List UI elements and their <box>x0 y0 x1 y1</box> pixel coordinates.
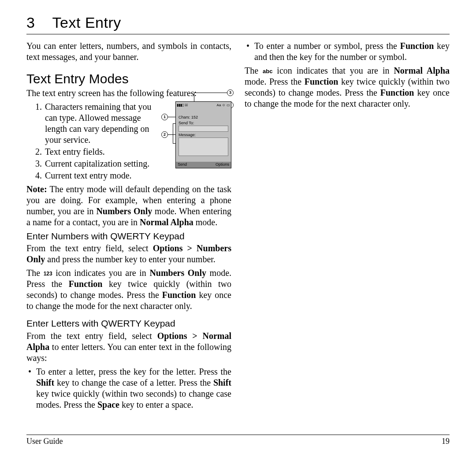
text-entry-figure: 3 4 1 2 ▮▮▮▯ ☒ Aa ☺ ▭ Chars: 152 Send To… <box>167 101 231 167</box>
chapter-title: 3 Text Entry <box>26 13 450 32</box>
sendto-label: Send To: <box>178 121 194 126</box>
subsection-numbers-title: Enter Numbers with QWERTY Keypad <box>26 231 231 242</box>
chapter-name: Text Entry <box>52 14 121 31</box>
sendto-field <box>178 126 228 132</box>
page-footer: User Guide 19 <box>26 435 450 446</box>
chapter-number: 3 <box>26 14 35 31</box>
footer-right: 19 <box>442 436 450 446</box>
abc-icon: abc <box>263 68 272 75</box>
section-title-modes: Text Entry Modes <box>26 71 231 87</box>
phone-mockup: ▮▮▮▯ ☒ Aa ☺ ▭ Chars: 152 Send To: Messag… <box>175 101 231 168</box>
section-lead: The text entry screen has the following … <box>26 88 231 99</box>
message-field <box>178 138 228 156</box>
message-label: Message: <box>178 133 196 138</box>
list-item: To enter a number or symbol, press the F… <box>254 41 450 63</box>
status-left: ▮▮▮▯ ☒ <box>177 103 188 108</box>
list-item: Current text entry mode. <box>44 170 231 181</box>
softkey-left: Send <box>178 162 187 167</box>
numbers-p2: The 123 icon indicates you are in Number… <box>26 268 231 312</box>
note-label: Note: <box>26 184 47 194</box>
list-item: To enter a letter, press the key for the… <box>36 366 231 410</box>
subsection-letters-title: Enter Letters with QWERTY Keypad <box>26 318 231 329</box>
numbers-p1: From the text entry field, select Option… <box>26 243 231 265</box>
note-paragraph: Note: The entry mode will default depend… <box>26 184 231 228</box>
status-right: Aa ☺ ▭ <box>217 103 230 108</box>
callout-2: 2 <box>161 131 168 138</box>
softkey-right: Options <box>216 162 229 167</box>
callout-3: 3 <box>227 89 234 96</box>
callout-1: 1 <box>161 114 168 120</box>
intro-paragraph: You can enter letters, numbers, and symb… <box>26 41 231 63</box>
letters-p1: From the text entry field, select Option… <box>26 331 231 364</box>
numbers-icon: 123 <box>44 271 52 277</box>
letters-p2: The abc icon indicates that you are in N… <box>245 65 450 109</box>
chapter-rule <box>26 34 450 34</box>
footer-left: User Guide <box>26 436 63 446</box>
chars-label: Chars: 152 <box>178 115 198 120</box>
